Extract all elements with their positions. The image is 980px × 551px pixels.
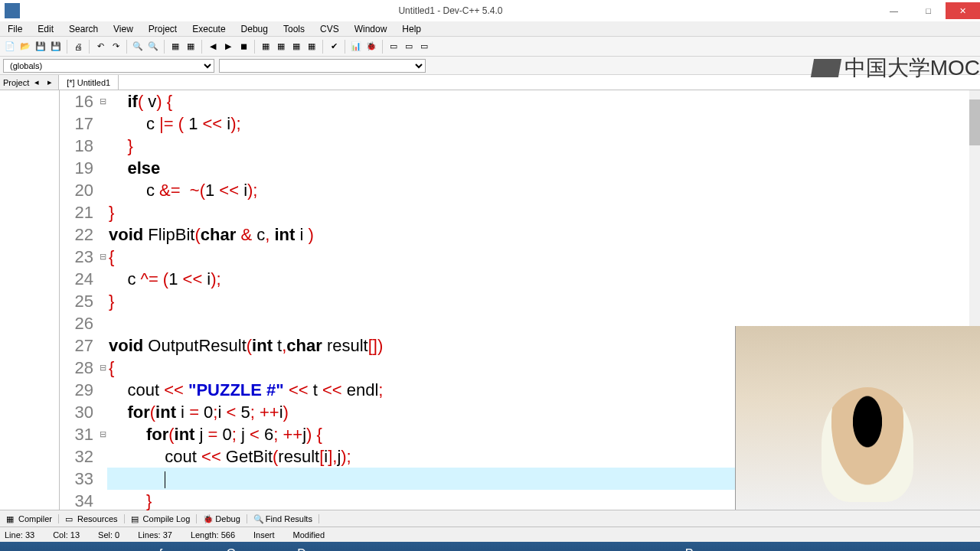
bottom-tab-compile-log[interactable]: ▤Compile Log	[125, 514, 198, 523]
code-line[interactable]: else	[107, 157, 980, 179]
step-icon[interactable]: ▭	[417, 40, 431, 54]
project-panel-tab[interactable]: Project ◂ ▸	[0, 75, 59, 90]
project-sidebar[interactable]	[0, 90, 60, 510]
status-line-label: Line:	[5, 530, 23, 540]
save-icon[interactable]: 💾	[34, 40, 47, 54]
taskbar-app-button[interactable]: f	[144, 543, 178, 551]
menu-file[interactable]: File	[2, 22, 28, 36]
code-line[interactable]: }	[107, 135, 980, 157]
taskbar-app-button[interactable]: ▭	[38, 543, 72, 551]
nav-back-icon[interactable]: ◀	[206, 40, 220, 54]
maximize-button[interactable]: □	[911, 2, 946, 19]
taskbar-app-button[interactable]: ▭	[461, 543, 495, 551]
close-button[interactable]: ✕	[946, 2, 980, 19]
separator	[322, 40, 323, 54]
taskbar-app-button[interactable]: G	[214, 543, 248, 551]
code-line[interactable]: }	[107, 201, 980, 223]
code-line[interactable]: }	[107, 290, 980, 312]
taskbar-app-button[interactable]: D	[285, 543, 318, 551]
code-line[interactable]: void FlipBit(char & c, int i )	[107, 223, 980, 246]
grid-icon[interactable]: ▦	[274, 40, 288, 54]
taskbar-app-button[interactable]: ▭	[390, 543, 424, 551]
bottom-tab-compiler[interactable]: ▦Compiler	[0, 514, 59, 523]
bug-icon[interactable]: 🐞	[364, 40, 378, 54]
print-icon[interactable]: 🖨	[71, 40, 85, 54]
grid-icon[interactable]: ▦	[259, 40, 273, 54]
menu-debug[interactable]: Debug	[235, 22, 274, 36]
fold-column[interactable]: ⊟⊟⊟⊟	[98, 90, 107, 510]
watermark-icon	[811, 59, 841, 77]
menu-edit[interactable]: Edit	[31, 22, 60, 36]
scope-select[interactable]: (globals)	[3, 59, 214, 73]
scrollbar-thumb[interactable]	[969, 99, 980, 145]
menu-view[interactable]: View	[107, 22, 139, 36]
new-file-icon[interactable]: 📄	[3, 40, 17, 54]
taskbar-app-button[interactable]: ▭	[496, 543, 530, 551]
menu-tools[interactable]: Tools	[277, 22, 311, 36]
undo-icon[interactable]: ↶	[93, 40, 107, 54]
code-line[interactable]: if( v) {	[107, 90, 980, 112]
check-icon[interactable]: ✔	[327, 40, 341, 54]
chart-icon[interactable]: 📊	[349, 40, 363, 54]
code-line[interactable]: {	[107, 246, 980, 268]
code-line[interactable]: c ^= (1 << i);	[107, 268, 980, 290]
taskbar-app-button[interactable]: e	[3, 543, 37, 551]
document-tab[interactable]: [*] Untitled1	[59, 75, 119, 90]
nav-fwd-icon[interactable]: ▶	[221, 40, 235, 54]
status-line: 33	[25, 530, 34, 540]
find-icon[interactable]: 🔍	[131, 40, 145, 54]
code-line[interactable]: c |= ( 1 << i);	[107, 112, 980, 135]
replace-icon[interactable]: 🔍	[146, 40, 160, 54]
save-all-icon[interactable]: 💾	[49, 40, 63, 54]
menu-bar: FileEditSearchViewProjectExecuteDebugToo…	[0, 21, 980, 37]
minimize-button[interactable]: —	[877, 2, 911, 19]
menu-project[interactable]: Project	[142, 22, 183, 36]
webcam-video-overlay	[735, 326, 980, 510]
bottom-tab-debug[interactable]: 🐞Debug	[197, 514, 247, 523]
taskbar-app-button[interactable]: ▭	[109, 543, 142, 551]
taskbar-app-button[interactable]: ▭	[74, 543, 107, 551]
tab-prev-icon[interactable]: ◂	[31, 77, 42, 87]
status-len-label: Length:	[191, 530, 219, 540]
windows-taskbar[interactable]: e▭▭▭f▭G▭D▭▭▭▭▭▭▭▭▭▭P	[0, 542, 980, 551]
status-bar: Line: 33 Col: 13 Sel: 0 Lines: 37 Length…	[0, 527, 980, 542]
bottom-tab-find-results[interactable]: 🔍Find Results	[247, 514, 319, 523]
run-icon[interactable]: ▦	[184, 40, 198, 54]
grid-icon[interactable]: ▦	[305, 40, 318, 54]
status-modified: Modified	[293, 530, 325, 540]
menu-execute[interactable]: Execute	[186, 22, 231, 36]
taskbar-app-button[interactable]: ▭	[179, 543, 213, 551]
menu-cvs[interactable]: CVS	[314, 22, 345, 36]
separator	[382, 40, 383, 54]
taskbar-app-button[interactable]: ▭	[426, 543, 459, 551]
tab-next-icon[interactable]: ▸	[44, 77, 55, 87]
bottom-tab-resources[interactable]: ▭Resources	[59, 514, 125, 523]
separator	[164, 40, 165, 54]
status-col-label: Col:	[53, 530, 68, 540]
taskbar-app-button[interactable]: ▭	[355, 543, 389, 551]
bookmark-icon[interactable]: ◼	[237, 40, 250, 54]
grid-icon[interactable]: ▦	[289, 40, 303, 54]
app-icon	[5, 3, 20, 18]
scope-selector-row: (globals) 中国大学MOC	[0, 57, 980, 75]
menu-help[interactable]: Help	[396, 22, 427, 36]
taskbar-app-button[interactable]: ▭	[320, 543, 354, 551]
menu-search[interactable]: Search	[63, 22, 104, 36]
step-icon[interactable]: ▭	[402, 40, 416, 54]
taskbar-app-button[interactable]: ▭	[250, 543, 283, 551]
redo-icon[interactable]: ↷	[109, 40, 122, 54]
code-line[interactable]: c &= ~(1 << i);	[107, 179, 980, 201]
step-icon[interactable]: ▭	[387, 40, 400, 54]
menu-window[interactable]: Window	[348, 22, 394, 36]
taskbar-app-button[interactable]: ▭	[531, 543, 565, 551]
status-lines: 37	[163, 530, 172, 540]
bottom-tabs: ▦Compiler▭Resources▤Compile Log🐞Debug🔍Fi…	[0, 510, 980, 527]
taskbar-app-button[interactable]: ▭	[602, 543, 635, 551]
taskbar-app-button[interactable]: P	[672, 543, 706, 551]
taskbar-app-button[interactable]: ▭	[567, 543, 600, 551]
taskbar-app-button[interactable]: ▭	[637, 543, 671, 551]
compile-icon[interactable]: ▦	[168, 40, 182, 54]
open-icon[interactable]: 📂	[18, 40, 32, 54]
member-select[interactable]	[219, 59, 426, 73]
separator	[89, 40, 90, 54]
